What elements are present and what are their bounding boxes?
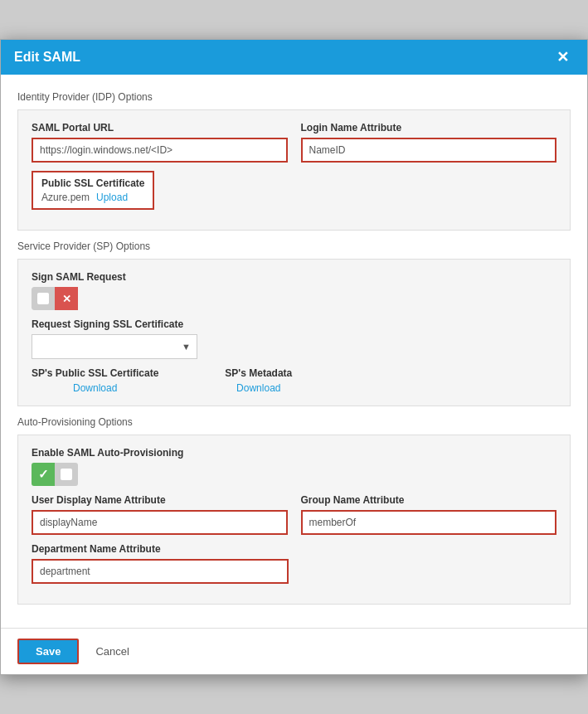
toggle-knob <box>37 293 49 304</box>
sp-section-box: Sign SAML Request ✕ Request Signing SSL … <box>17 259 571 406</box>
dept-name-input[interactable] <box>32 559 289 584</box>
sign-saml-label: Sign SAML Request <box>32 271 556 283</box>
ssl-cert-label: Public SSL Certificate <box>41 177 144 189</box>
idp-top-row: SAML Portal URL Login Name Attribute <box>32 122 556 171</box>
toggle-off-part <box>32 287 55 310</box>
idp-section-label: Identity Provider (IDP) Options <box>17 91 571 103</box>
public-ssl-download-button[interactable]: Download <box>32 382 158 394</box>
sign-saml-group: Sign SAML Request ✕ <box>32 271 556 310</box>
ssl-cert-group: Public SSL Certificate Azure.pem Upload <box>32 171 154 210</box>
saml-url-label: SAML Portal URL <box>32 122 288 134</box>
downloads-row: SP's Public SSL Certificate Download SP'… <box>32 367 556 394</box>
modal-body: Identity Provider (IDP) Options SAML Por… <box>1 75 587 628</box>
login-name-group: Login Name Attribute <box>301 122 557 163</box>
toggle-gray-knob <box>61 469 72 480</box>
public-ssl-label: SP's Public SSL Certificate <box>32 367 158 379</box>
toggle-x-part: ✕ <box>55 287 78 310</box>
req-signing-group: Request Signing SSL Certificate ▼ <box>32 318 214 359</box>
modal-header: Edit SAML ✕ <box>1 40 587 75</box>
group-name-input[interactable] <box>301 510 557 535</box>
attribute-row-1: User Display Name Attribute Group Name A… <box>32 494 556 543</box>
metadata-label: SP's Metadata <box>225 367 292 379</box>
group-name-group: Group Name Attribute <box>301 494 557 535</box>
login-name-label: Login Name Attribute <box>301 122 557 134</box>
cancel-button[interactable]: Cancel <box>87 640 137 663</box>
req-signing-label: Request Signing SSL Certificate <box>32 318 214 330</box>
auto-prov-section-box: Enable SAML Auto-Provisioning ✓ User Dis… <box>17 435 571 605</box>
upload-button[interactable]: Upload <box>96 192 128 203</box>
dept-name-label: Department Name Attribute <box>32 543 289 555</box>
enable-auto-prov-group: Enable SAML Auto-Provisioning ✓ <box>32 447 556 486</box>
sign-saml-toggle[interactable]: ✕ <box>32 287 556 310</box>
ssl-cert-box: Public SSL Certificate Azure.pem Upload <box>32 171 154 210</box>
login-name-input[interactable] <box>301 138 557 163</box>
edit-saml-modal: Edit SAML ✕ Identity Provider (IDP) Opti… <box>0 39 588 675</box>
metadata-group: SP's Metadata Download <box>225 367 292 394</box>
req-signing-select[interactable] <box>32 334 197 359</box>
saml-url-input[interactable] <box>32 138 288 163</box>
toggle-gray-part <box>55 463 78 486</box>
group-name-label: Group Name Attribute <box>301 494 557 506</box>
ssl-cert-filename: Azure.pem <box>41 192 90 203</box>
dept-name-group: Department Name Attribute <box>32 543 289 584</box>
user-display-label: User Display Name Attribute <box>32 494 288 506</box>
metadata-download-button[interactable]: Download <box>225 382 292 394</box>
public-ssl-group: SP's Public SSL Certificate Download <box>32 367 158 394</box>
user-display-group: User Display Name Attribute <box>32 494 288 535</box>
ssl-cert-row: Azure.pem Upload <box>41 192 144 203</box>
modal-title: Edit SAML <box>14 50 80 65</box>
idp-section-box: SAML Portal URL Login Name Attribute Pub… <box>17 109 571 231</box>
modal-footer: Save Cancel <box>1 628 587 674</box>
enable-auto-prov-label: Enable SAML Auto-Provisioning <box>32 447 556 459</box>
user-display-input[interactable] <box>32 510 288 535</box>
auto-prov-section-label: Auto-Provisioning Options <box>17 416 571 428</box>
auto-prov-toggle[interactable]: ✓ <box>32 463 556 486</box>
save-button[interactable]: Save <box>17 639 79 664</box>
sp-section-label: Service Provider (SP) Options <box>17 240 571 252</box>
toggle-check-part: ✓ <box>32 463 55 486</box>
saml-url-group: SAML Portal URL <box>32 122 288 163</box>
req-signing-select-wrapper: ▼ <box>32 334 197 359</box>
close-button[interactable]: ✕ <box>552 48 574 66</box>
